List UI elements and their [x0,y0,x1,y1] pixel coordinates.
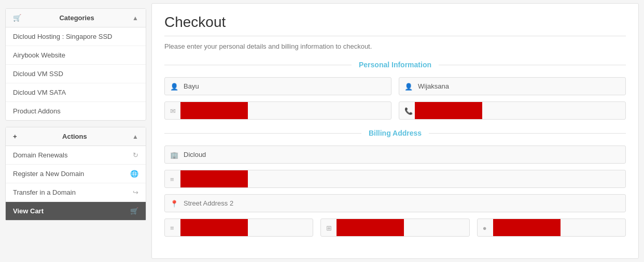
first-name-input[interactable] [164,77,391,95]
city-group: ≡ [164,219,313,237]
sidebar-item-label: Dicloud Hosting : Singapore SSD [13,33,113,40]
sidebar-item-airybook[interactable]: Airybook Website [6,46,146,65]
sidebar-item-domain-renewals[interactable]: Domain Renewals ↻ [6,146,146,165]
address2-input[interactable] [164,194,626,212]
city-input[interactable] [164,219,313,237]
actions-plus-icon: + [13,133,17,140]
billing-address-label: Billing Address [361,129,429,137]
last-name-group: 👤 [399,77,626,95]
country-input[interactable] [477,219,626,237]
cart-icon: 🛒 [130,207,138,215]
sidebar-item-dicloud-vm-sata[interactable]: Dicloud VM SATA [6,83,146,102]
categories-label: Categories [59,14,94,22]
actions-chevron-icon: ▲ [132,133,138,140]
sidebar: 🛒 Categories ▲ Dicloud Hosting : Singapo… [0,0,151,262]
company-group: 🏢 [164,145,626,164]
checkout-subtitle: Please enter your personal details and b… [164,42,626,50]
categories-icon: 🛒 [13,14,21,22]
sidebar-item-label: Domain Renewals [13,151,68,159]
transfer-icon: ↪ [133,188,138,196]
first-name-group: 👤 [164,77,391,95]
sidebar-item-dicloud-vm-ssd[interactable]: Dicloud VM SSD [6,65,146,83]
phone-input[interactable] [399,101,626,120]
name-row: 👤 👤 [164,77,626,95]
sidebar-item-label: Product Addons [13,107,61,115]
sidebar-item-label: Dicloud VM SATA [13,89,66,96]
page-title: Checkout [164,14,626,31]
email-input[interactable] [164,101,391,120]
state-group: ⊞ [320,219,469,237]
company-input[interactable] [164,145,626,164]
renewal-icon: ↻ [133,151,138,159]
categories-header[interactable]: 🛒 Categories ▲ [6,9,146,27]
address2-row: 📍 [164,194,626,212]
personal-info-header: Personal Information [164,61,626,69]
categories-section: 🛒 Categories ▲ Dicloud Hosting : Singapo… [5,8,146,121]
sidebar-item-transfer-domain[interactable]: Transfer in a Domain ↪ [6,183,146,202]
actions-label: Actions [62,133,87,140]
actions-section: + Actions ▲ Domain Renewals ↻ Register a… [5,127,146,221]
sidebar-item-label: View Cart [13,207,44,215]
address1-row: ≡ [164,170,626,188]
actions-header[interactable]: + Actions ▲ [6,127,146,146]
sidebar-item-label: Dicloud VM SSD [13,70,63,78]
sidebar-item-register-domain[interactable]: Register a New Domain 🌐 [6,165,146,183]
sidebar-item-view-cart[interactable]: View Cart 🛒 [6,202,146,220]
address2-group: 📍 [164,194,626,212]
main-content: Checkout Please enter your personal deta… [151,3,639,259]
globe-icon: 🌐 [130,170,138,178]
sidebar-item-label: Airybook Website [13,51,65,59]
sidebar-item-label: Transfer in a Domain [13,188,76,196]
sidebar-item-label: Register a New Domain [13,170,84,178]
company-row: 🏢 [164,145,626,164]
last-name-input[interactable] [399,77,626,95]
address1-input[interactable] [164,170,626,188]
title-divider [164,36,626,36]
country-group: ● [477,219,626,237]
sidebar-item-product-addons[interactable]: Product Addons [6,102,146,120]
phone-group: 📞 [399,101,626,120]
state-input[interactable] [320,219,469,237]
categories-chevron-icon: ▲ [132,14,138,22]
personal-info-label: Personal Information [352,61,439,69]
sidebar-item-dicloud-hosting[interactable]: Dicloud Hosting : Singapore SSD [6,27,146,46]
city-state-row: ≡ ⊞ ● [164,219,626,237]
billing-address-header: Billing Address [164,129,626,137]
contact-row: ✉ 📞 [164,101,626,120]
address1-group: ≡ [164,170,626,188]
email-group: ✉ [164,101,391,120]
